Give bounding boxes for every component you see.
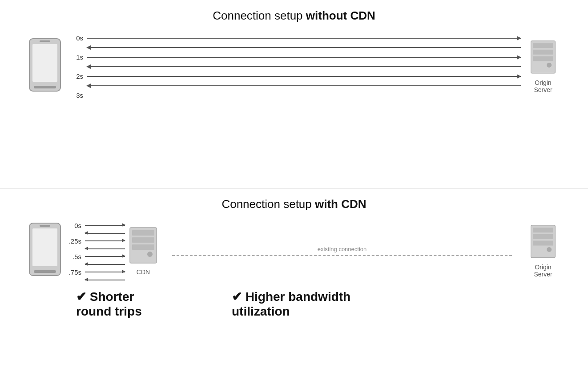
existing-connection-label: existing connection (318, 246, 367, 252)
cdn-arrow-right-75s (85, 272, 125, 272)
cdn-time-row-5s-r (65, 264, 125, 265)
time-row-1s: 1s (67, 53, 521, 61)
benefit-shorter: ✔ Shorterround trips (27, 289, 214, 319)
cdn-time-25s: .25s (65, 237, 81, 245)
svg-rect-16 (132, 244, 154, 250)
svg-point-22 (547, 247, 552, 252)
arrow-left-2s (87, 85, 521, 86)
arrow-left-1s (87, 66, 521, 67)
arrow-right-2s (87, 76, 521, 77)
svg-rect-3 (34, 86, 56, 88)
cdn-short-arrows: 0s .25s .5s (63, 220, 128, 282)
origin-server-bottom-label: OriginServer (534, 264, 552, 278)
with-cdn-diagram: 0s .25s .5s (27, 220, 561, 282)
cdn-time-row-5s: .5s (65, 253, 125, 260)
arrow-right-0s (87, 38, 521, 39)
benefit-labels: ✔ Shorterround trips ✔ Higher bandwidthu… (27, 289, 561, 319)
svg-rect-10 (32, 228, 57, 266)
cdn-time-row-25s-r (65, 248, 125, 249)
time-row-2s: 2s (67, 72, 521, 80)
cdn-time-0s: 0s (65, 222, 81, 229)
cdn-arrow-right-0s (85, 225, 125, 226)
cdn-phone-svg (27, 222, 63, 280)
phone-icon (27, 38, 63, 96)
origin-server-top-label: OriginServer (534, 79, 552, 93)
cdn-node: CDN (128, 227, 159, 276)
svg-rect-19 (533, 228, 553, 232)
svg-rect-14 (132, 230, 154, 236)
without-cdn-title: Connection setup without CDN (213, 9, 375, 23)
svg-rect-21 (533, 240, 553, 245)
svg-rect-12 (34, 270, 56, 273)
phone-svg (27, 38, 63, 96)
svg-rect-1 (32, 44, 57, 82)
cdn-time-row-0s: 0s (65, 222, 125, 229)
cdn-arrow-left-25s (85, 248, 125, 249)
origin-server-bottom: OriginServer (525, 224, 561, 278)
arrow-left-0s (87, 47, 521, 48)
existing-connection-area: existing connection (159, 246, 525, 256)
cdn-arrow-right-25s (85, 240, 125, 241)
time-row-1s-return (67, 66, 521, 67)
with-cdn-title: Connection setup with CDN (222, 197, 366, 211)
cdn-arrow-left-5s (85, 264, 125, 265)
server-svg-bottom (528, 224, 559, 261)
time-2s: 2s (67, 72, 83, 80)
time-row-2s-return (67, 85, 521, 86)
cdn-arrow-right-5s (85, 256, 125, 257)
server-svg-top (528, 40, 559, 76)
svg-rect-5 (533, 43, 553, 48)
time-row-0s-return (67, 47, 521, 48)
benefit-bandwidth: ✔ Higher bandwidthutilization (214, 289, 561, 319)
cdn-time-row-75s-r (65, 280, 125, 280)
origin-server-top: OriginServer (525, 40, 561, 93)
cdn-time-row-0s-r (65, 233, 125, 234)
without-cdn-section: Connection setup without CDN 0s 1s (0, 0, 588, 188)
svg-point-8 (547, 63, 552, 68)
with-cdn-section: Connection setup with CDN 0s .25s (0, 188, 588, 376)
time-0s: 0s (67, 34, 83, 42)
svg-rect-6 (533, 50, 553, 55)
cdn-arrow-left-75s (85, 280, 125, 280)
svg-rect-11 (40, 225, 50, 227)
cdn-server-svg (128, 227, 159, 267)
cdn-arrow-left-0s (85, 233, 125, 234)
time-3s: 3s (67, 92, 83, 99)
svg-rect-15 (132, 237, 154, 243)
svg-rect-20 (533, 234, 553, 239)
title-bold: without CDN (306, 9, 375, 22)
svg-rect-2 (40, 40, 50, 42)
cdn-label: CDN (137, 268, 150, 276)
time-1s: 1s (67, 53, 83, 61)
title-bold-cdn: with CDN (315, 197, 366, 211)
title-normal: Connection setup (213, 9, 306, 22)
without-cdn-diagram: 0s 1s 2s 3s (27, 32, 561, 102)
cdn-time-5s: .5s (65, 253, 81, 260)
arrow-right-1s (87, 57, 521, 58)
cdn-time-row-75s: .75s (65, 268, 125, 276)
cdn-time-75s: .75s (65, 268, 81, 276)
svg-rect-7 (533, 56, 553, 61)
svg-point-17 (147, 252, 153, 257)
without-cdn-arrows: 0s 1s 2s 3s (63, 32, 525, 102)
time-row-0s: 0s (67, 34, 521, 42)
dotted-line (172, 255, 512, 256)
title-normal-cdn: Connection setup (222, 197, 315, 211)
cdn-time-row-25s: .25s (65, 237, 125, 245)
cdn-phone-icon (27, 222, 63, 280)
time-row-3s: 3s (67, 92, 521, 99)
